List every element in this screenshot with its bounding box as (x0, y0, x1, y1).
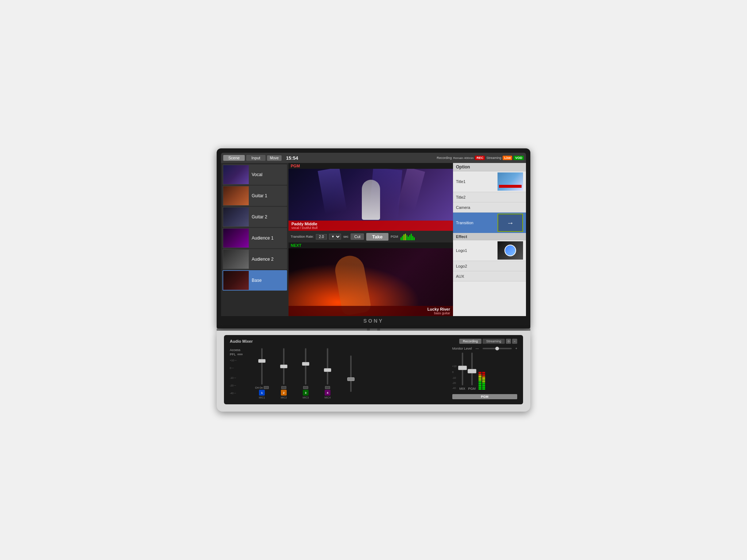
scene-item-vocal[interactable]: Vocal (222, 164, 287, 185)
option-label-aux: AUX (456, 274, 523, 279)
next-label: NEXT (289, 242, 453, 248)
vu-seg (479, 377, 481, 379)
option-item-camera[interactable]: Camera (453, 202, 526, 213)
time-display: 15:54 (286, 155, 298, 161)
monitor: Scene Input Move 15:54 Recording Remain … (217, 148, 530, 328)
scene-item-guitar1[interactable]: Guitar 1 (222, 186, 287, 206)
fader-knob-mic3[interactable] (302, 362, 309, 366)
scene-item-guitar2[interactable]: Guitar 2 (222, 207, 287, 227)
level-meter (400, 233, 415, 240)
effect-section-header: Effect (453, 233, 526, 240)
option-item-aux[interactable]: AUX (453, 271, 526, 281)
monitor-level-plus: + (515, 347, 517, 350)
mixer-icon-1-symbol: ⚙ (507, 340, 510, 343)
streaming-tab[interactable]: Streaming (483, 339, 505, 344)
live-badge: Live (503, 156, 512, 160)
option-label-camera: Camera (456, 205, 523, 210)
fader-knob-extra[interactable] (347, 377, 355, 381)
vu-seg (482, 383, 485, 384)
streaming-label: Streaming (486, 156, 501, 160)
input-tab[interactable]: Input (246, 155, 265, 161)
mix-scale-minus20: -20 (452, 380, 457, 385)
fader-channel-mic1: CH On 1 MIC1 (252, 347, 271, 399)
scene-thumb-guitar2 (223, 207, 249, 226)
option-label-transition: Transition (456, 221, 498, 225)
performer-info: Paddy Middle vocal / Dutiful Bull (291, 222, 318, 230)
trans-rate-input[interactable] (316, 234, 327, 240)
vu-column-1 (479, 372, 481, 390)
pgm-fader-track (471, 353, 473, 385)
mixer-title: Audio Mixer (230, 339, 253, 343)
scene-thumb-audience1 (223, 229, 249, 248)
recording-tab[interactable]: Recording (459, 339, 481, 344)
fader-channel-mic2: 2 MIC2 (274, 347, 293, 399)
option-item-title2[interactable]: Title2 (453, 192, 526, 202)
scene-name-guitar1: Guitar 1 (249, 193, 286, 198)
base-unit: Audio Mixer Recording Streaming ⚙ + (217, 331, 530, 412)
sony-logo: SONY (363, 318, 384, 324)
scene-item-audience2[interactable]: Audience 2 (222, 249, 287, 269)
pgm-output-button[interactable]: PGM (452, 394, 517, 399)
pgm-video-overlay: Paddy Middle vocal / Dutiful Bull (289, 221, 453, 231)
rate-unit-select[interactable]: ▼ (329, 234, 341, 240)
option-item-logo2[interactable]: Logo2 (453, 261, 526, 271)
mix-fader-knob[interactable] (458, 366, 467, 370)
vu-seg (479, 383, 481, 384)
ch-on-btn-mic1[interactable] (264, 386, 269, 389)
screen-content: Scene Input Move 15:54 Recording Remain … (221, 153, 526, 326)
title1-bar (499, 185, 522, 188)
fader-knob-mic2[interactable] (280, 365, 287, 368)
vu-seg (482, 376, 485, 377)
option-item-transition[interactable]: Transition → (453, 213, 526, 233)
meter-bar-7 (409, 235, 410, 240)
scene-item-audience1[interactable]: Audience 1 (222, 228, 287, 248)
fader-track-mic3 (305, 348, 306, 385)
trans-rate-label: Transition Rate: (291, 235, 314, 238)
vu-seg (482, 388, 485, 390)
option-panel: Option Title1 Title2 (453, 163, 526, 316)
recording-info: Recording Remain 400min REC Streaming Li… (437, 156, 524, 160)
fader-channel-extra (341, 354, 360, 393)
db-plus10: +10 ─ (230, 359, 248, 362)
take-button[interactable]: Take (366, 233, 388, 241)
scene-thumb-guitar1 (223, 186, 249, 205)
vu-meter (479, 354, 485, 390)
monitor-slider-thumb[interactable] (495, 347, 499, 350)
fader-channel-mic4: 4 MIC4 (318, 347, 337, 399)
remain-label: Remain 400min (453, 156, 473, 160)
scene-tab[interactable]: Scene (223, 155, 245, 161)
db-minus20: -20 ─ (230, 384, 248, 387)
option-item-logo1[interactable]: Logo1 (453, 240, 526, 261)
mixer-icon-2[interactable]: + (512, 339, 517, 344)
ch-on-btn-mic2[interactable] (281, 386, 286, 389)
mic-channels: CH On 1 MIC1 2 (252, 347, 337, 399)
fader-track-extra (350, 355, 352, 392)
fader-knob-mic1[interactable] (258, 359, 266, 363)
pgm-fader-knob[interactable] (468, 369, 476, 373)
vu-seg (479, 376, 481, 377)
scene-item-base[interactable]: Base (222, 270, 287, 291)
mix-channel: MIX (460, 353, 465, 390)
scene-name-base: Base (249, 278, 286, 283)
ch-on-row-mic2 (281, 386, 286, 389)
device-wrapper: Scene Input Move 15:54 Recording Remain … (209, 148, 538, 412)
fader-knob-mic4[interactable] (324, 368, 331, 372)
mixer-top-bar: Audio Mixer Recording Streaming ⚙ + (230, 339, 517, 344)
cut-button[interactable]: Cut (351, 233, 364, 240)
ch-on-btn-mic4[interactable] (325, 386, 330, 389)
scene-name-audience1: Audience 1 (249, 236, 286, 241)
next-performer-role: bass guitar (291, 311, 450, 315)
meter-bar-8 (411, 234, 412, 240)
pfl-button[interactable] (237, 354, 243, 355)
mixer-left-panel: Access PFL +10 ─ 0 ─ -10 ─ -20 ─ -40 ─ (230, 347, 248, 394)
option-title: Option (453, 163, 526, 171)
monitor-level-slider[interactable] (483, 348, 512, 349)
ch-on-btn-mic3[interactable] (303, 386, 308, 389)
option-item-title1[interactable]: Title1 (453, 171, 526, 192)
mixer-icon-1[interactable]: ⚙ (506, 339, 511, 344)
ch-on-row-mic1: CH On (255, 386, 268, 389)
move-button[interactable]: Move (267, 155, 282, 161)
performer-name: Paddy Middle (291, 222, 318, 226)
scene-thumb-vocal (223, 165, 249, 184)
db-scale: +10 ─ 0 ─ -10 ─ -20 ─ -40 ─ (230, 359, 248, 394)
